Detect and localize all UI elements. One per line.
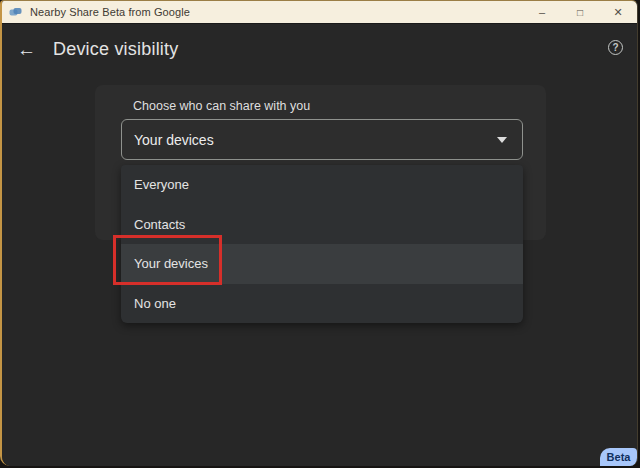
menu-item-your-devices[interactable]: Your devices (121, 244, 523, 284)
field-label: Choose who can share with you (133, 99, 310, 113)
menu-item-label: No one (134, 296, 176, 311)
menu-item-label: Your devices (134, 256, 208, 271)
back-arrow-icon[interactable]: ← (17, 40, 36, 59)
page-title: Device visibility (53, 39, 178, 60)
window-controls: – □ ✕ (523, 1, 637, 23)
app-header: ← Device visibility ? (2, 24, 637, 74)
select-value: Your devices (134, 132, 214, 148)
close-button[interactable]: ✕ (599, 1, 637, 23)
window-title: Nearby Share Beta from Google (30, 6, 190, 18)
menu-item-everyone[interactable]: Everyone (121, 165, 523, 205)
nearby-share-app-icon (9, 6, 23, 18)
visibility-select[interactable]: Your devices (121, 119, 523, 160)
beta-badge: Beta (600, 448, 637, 466)
maximize-button[interactable]: □ (561, 1, 599, 23)
minimize-button[interactable]: – (523, 1, 561, 23)
menu-item-label: Everyone (134, 177, 189, 192)
content-area: ← Device visibility ? Choose who can sha… (2, 24, 637, 466)
menu-item-label: Contacts (134, 217, 185, 232)
menu-item-no-one[interactable]: No one (121, 284, 523, 324)
app-window: Nearby Share Beta from Google – □ ✕ ← De… (0, 0, 638, 466)
menu-item-contacts[interactable]: Contacts (121, 205, 523, 245)
visibility-dropdown-menu: Everyone Contacts Your devices No one (121, 165, 523, 323)
titlebar[interactable]: Nearby Share Beta from Google – □ ✕ (2, 1, 637, 24)
help-icon[interactable]: ? (608, 40, 623, 55)
chevron-down-icon (497, 137, 507, 143)
